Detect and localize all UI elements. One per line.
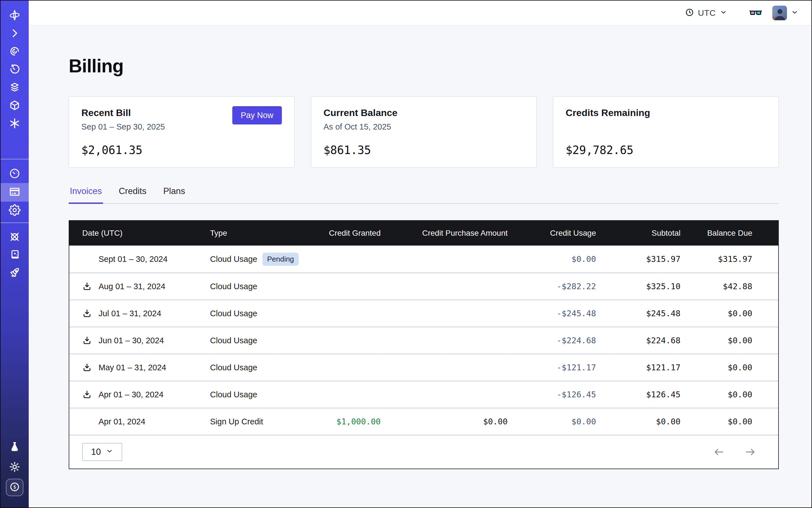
sidebar-item-history[interactable] — [1, 61, 29, 79]
rocket-icon — [9, 267, 20, 280]
helm-icon — [9, 231, 20, 244]
cell-credit-usage: -$121.17 — [508, 363, 596, 372]
cell-credit-usage: -$224.68 — [508, 336, 596, 345]
download-icon — [82, 336, 92, 345]
chevron-down-icon — [106, 447, 113, 457]
sidebar-item-docs[interactable] — [1, 246, 29, 264]
row-date-text: Sept 01 – 30, 2024 — [98, 255, 168, 264]
status-badge: Pending — [262, 253, 299, 266]
gear-icon — [9, 204, 20, 217]
row-type-text: Cloud Usage — [210, 309, 257, 318]
billing-tabs: Invoices Credits Plans — [69, 186, 779, 204]
sun-icon — [9, 461, 20, 474]
app-window: $ UTC — [0, 0, 812, 508]
row-type-text: Cloud Usage — [210, 336, 257, 345]
column-header-subtotal: Subtotal — [596, 229, 681, 238]
sidebar-item-layers[interactable] — [1, 79, 29, 97]
cell-credit-usage: -$282.22 — [508, 282, 596, 291]
timezone-label: UTC — [698, 8, 716, 18]
column-header-balance-due: Balance Due — [681, 229, 779, 238]
next-page-button[interactable] — [744, 446, 756, 458]
table-row: Jun 01 – 30, 2024 Cloud Usage -$224.68 $… — [69, 327, 778, 354]
download-button[interactable] — [82, 390, 92, 399]
page-title: Billing — [69, 55, 779, 77]
row-date-text: Apr 01 – 30, 2024 — [98, 390, 164, 399]
sidebar-item-expand[interactable] — [1, 25, 29, 43]
account-menu[interactable] — [772, 6, 799, 20]
type-cell: Cloud Usage — [210, 336, 311, 345]
download-icon — [82, 309, 92, 318]
table-row: Jul 01 – 31, 2024 Cloud Usage -$245.48 $… — [69, 300, 778, 327]
column-header-type: Type — [210, 229, 311, 238]
pagination-controls — [713, 446, 756, 458]
date-cell: Jun 01 – 30, 2024 — [69, 336, 210, 345]
column-header-credit-usage: Credit Usage — [508, 229, 596, 238]
download-button[interactable] — [82, 282, 92, 291]
main-column: UTC — [29, 1, 811, 507]
card-subtitle: Sep 01 – Sep 30, 2025 — [81, 122, 165, 131]
tab-invoices[interactable]: Invoices — [69, 186, 103, 204]
table-row: Apr 01, 2024 Sign Up Credit $1,000.00 $0… — [69, 408, 778, 435]
recent-bill-card: Recent Bill Sep 01 – Sep 30, 2025 Pay No… — [69, 96, 295, 168]
cell-credit-usage: -$245.48 — [508, 309, 596, 318]
pay-now-button[interactable]: Pay Now — [232, 106, 282, 124]
chevron-down-icon — [720, 8, 727, 17]
sidebar-item-home[interactable] — [1, 7, 29, 25]
reader-mode-button[interactable] — [749, 6, 762, 20]
sidebar-item-observe[interactable] — [1, 43, 29, 61]
date-cell: May 01 – 31, 2024 — [69, 363, 210, 372]
svg-text:$: $ — [13, 484, 16, 490]
table-header: Date (UTC) Type Credit Granted Credit Pu… — [69, 221, 778, 246]
gauge-icon — [9, 168, 20, 180]
layers-icon — [9, 81, 20, 94]
row-type-text: Cloud Usage — [210, 390, 257, 399]
download-button[interactable] — [82, 336, 92, 345]
sidebar-divider — [1, 222, 29, 223]
page-size-select[interactable]: 10 — [82, 443, 122, 461]
sidebar: $ — [1, 1, 29, 507]
credits-button[interactable]: $ — [6, 479, 24, 496]
download-icon — [82, 390, 92, 399]
sidebar-item-usage[interactable] — [1, 165, 29, 183]
sidebar-item-theme[interactable] — [1, 458, 29, 476]
download-button[interactable] — [82, 363, 92, 372]
download-button[interactable] — [82, 309, 92, 318]
sidebar-divider — [1, 159, 29, 159]
column-header-credit-purchase: Credit Purchase Amount — [381, 229, 508, 238]
sidebar-item-settings[interactable] — [1, 202, 29, 220]
cell-balance-due: $0.00 — [681, 390, 779, 399]
current-balance-amount: $861.35 — [324, 143, 524, 157]
card-subtitle — [566, 122, 766, 125]
sidebar-item-compute[interactable] — [1, 97, 29, 115]
tab-plans[interactable]: Plans — [162, 186, 186, 204]
cell-credit-usage: $0.00 — [508, 417, 596, 426]
chevron-right-icon — [9, 27, 20, 40]
date-cell: Apr 01, 2024 — [69, 417, 210, 426]
clock-icon — [685, 8, 694, 18]
glasses-icon — [749, 6, 762, 20]
table-row: May 01 – 31, 2024 Cloud Usage -$121.17 $… — [69, 354, 778, 381]
arrow-right-icon — [744, 446, 756, 458]
dollar-badge-icon: $ — [9, 481, 20, 494]
sidebar-item-models[interactable] — [1, 115, 29, 133]
cell-subtotal: $224.68 — [596, 336, 681, 345]
billing-card-icon — [9, 186, 20, 199]
row-date-text: Aug 01 – 31, 2024 — [98, 282, 165, 291]
sidebar-item-labs[interactable] — [1, 438, 29, 456]
cell-balance-due: $0.00 — [681, 417, 779, 426]
book-sparkle-icon — [9, 249, 20, 262]
sidebar-item-billing[interactable] — [1, 183, 29, 202]
date-cell: Apr 01 – 30, 2024 — [69, 390, 210, 399]
date-cell: Sept 01 – 30, 2024 — [69, 254, 210, 264]
table-row: Aug 01 – 31, 2024 Cloud Usage -$282.22 $… — [69, 272, 778, 300]
cell-balance-due: $0.00 — [681, 309, 779, 318]
row-date-text: May 01 – 31, 2024 — [98, 363, 166, 372]
column-header-credit-granted: Credit Granted — [311, 229, 381, 238]
card-subtitle: As of Oct 15, 2025 — [324, 122, 524, 131]
previous-page-button[interactable] — [713, 446, 725, 458]
sidebar-item-launch[interactable] — [1, 264, 29, 283]
flask-icon — [9, 441, 20, 454]
sidebar-item-support[interactable] — [1, 228, 29, 246]
timezone-selector[interactable]: UTC — [685, 8, 727, 18]
tab-credits[interactable]: Credits — [118, 186, 147, 204]
